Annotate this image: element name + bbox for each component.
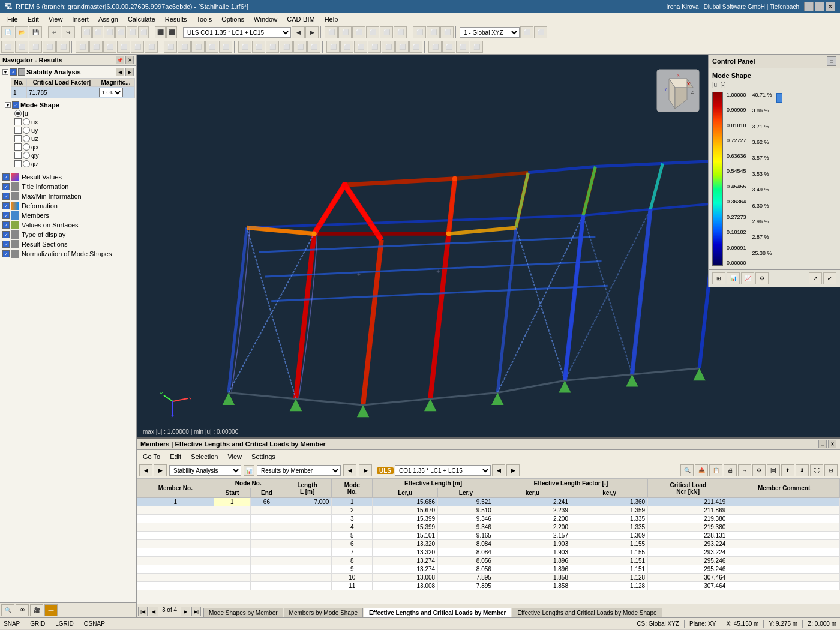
- mode-phix-row[interactable]: φx: [13, 143, 135, 151]
- tb-e1[interactable]: ⬜: [520, 26, 533, 38]
- tb-r10[interactable]: ⬜: [131, 41, 144, 53]
- nav-title-information[interactable]: ✓ Title Information: [1, 182, 135, 191]
- cp-btn-collapse[interactable]: ↙: [823, 272, 836, 284]
- maximize-btn[interactable]: □: [815, 2, 824, 11]
- expand-btn-r[interactable]: ⬆: [781, 464, 794, 476]
- check-title-info[interactable]: ✓: [2, 183, 10, 190]
- tb-r3[interactable]: ⬜: [29, 41, 42, 53]
- bottom-prev-analysis-btn[interactable]: ◀: [139, 464, 152, 476]
- analysis-type-combo[interactable]: Stability Analysis: [169, 465, 241, 476]
- cp-color-handle[interactable]: [776, 93, 782, 103]
- tb-c4[interactable]: ⬜: [366, 26, 379, 38]
- tb-r7[interactable]: ⬜: [89, 41, 103, 53]
- check-result-values[interactable]: ✓: [2, 173, 10, 181]
- next-page-btn[interactable]: ▶: [181, 607, 190, 616]
- grid-label[interactable]: GRID: [30, 620, 45, 627]
- menu-edit[interactable]: Edit: [23, 15, 44, 23]
- th-node-no[interactable]: Node No.: [214, 479, 283, 488]
- tb-r15[interactable]: ⬜: [205, 41, 218, 53]
- tb-d1[interactable]: ⬜: [413, 26, 426, 38]
- table-row[interactable]: 813.2748.0561.8961.151295.246: [137, 557, 840, 565]
- tb-r8[interactable]: ⬜: [103, 41, 116, 53]
- nav-norm-mode-shapes[interactable]: ✓ Normalization of Mode Shapes: [1, 249, 135, 259]
- tb-r2[interactable]: ⬜: [15, 41, 28, 53]
- mode-uy-row[interactable]: uy: [13, 126, 135, 134]
- stability-check2[interactable]: [18, 68, 25, 76]
- results-type-combo[interactable]: Results by Member: [257, 465, 341, 476]
- tb-b4[interactable]: ⬜: [115, 26, 126, 38]
- radio-phix[interactable]: [23, 143, 30, 151]
- nav-deformation[interactable]: ✓ Deformation: [1, 201, 135, 211]
- radio-u[interactable]: [14, 110, 22, 117]
- bottom-next-analysis-btn[interactable]: ▶: [154, 464, 167, 476]
- tb-r21[interactable]: ⬜: [293, 41, 307, 53]
- table-row[interactable]: 713.3208.0841.9031.155293.224: [137, 548, 840, 557]
- menu-cadbim[interactable]: CAD-BIM: [282, 15, 319, 23]
- menu-assign[interactable]: Assign: [94, 15, 123, 23]
- filter-btn[interactable]: 🔍: [680, 464, 694, 476]
- cp-btn-chart[interactable]: 📊: [727, 272, 740, 284]
- mode-ux-row[interactable]: ux: [13, 118, 135, 126]
- tb-r9[interactable]: ⬜: [117, 41, 130, 53]
- tb-r27[interactable]: ⬜: [382, 41, 395, 53]
- tb-b2[interactable]: ⬜: [92, 26, 103, 38]
- settings-btn[interactable]: Settings: [248, 452, 279, 461]
- nav-result-sections[interactable]: ✓ Result Sections: [1, 239, 135, 249]
- view-combo[interactable]: 1 - Global XYZ: [460, 27, 520, 38]
- th-length[interactable]: LengthL [m]: [283, 479, 332, 498]
- results-next-btn[interactable]: ▶: [359, 464, 372, 476]
- table-row[interactable]: 913.2748.0561.8961.151295.246: [137, 565, 840, 574]
- tb-r1[interactable]: ⬜: [1, 41, 14, 53]
- goto-btn[interactable]: Go To: [139, 452, 164, 461]
- menu-view[interactable]: View: [44, 15, 68, 23]
- table-scroll[interactable]: Member No. Node No. LengthL [m] ModeNo. …: [137, 478, 840, 604]
- check-result-sections[interactable]: ✓: [2, 241, 10, 248]
- nav-close-btn[interactable]: ✕: [125, 56, 134, 64]
- table-row[interactable]: 613.3208.0841.9031.155293.224: [137, 540, 840, 548]
- radio-phiz[interactable]: [23, 160, 30, 167]
- cp-pin-btn[interactable]: □: [827, 56, 836, 66]
- goto-row-btn[interactable]: →: [738, 464, 751, 476]
- nav-btn-2[interactable]: 👁: [16, 604, 29, 616]
- tb-next-load[interactable]: ▶: [305, 26, 319, 38]
- check-values-surfaces[interactable]: ✓: [2, 221, 10, 229]
- tb-r4[interactable]: ⬜: [43, 41, 56, 53]
- export-btn[interactable]: 📤: [695, 464, 708, 476]
- table-row[interactable]: 11667.000115.6869.5212.2411.360211.419: [137, 498, 840, 506]
- first-page-btn[interactable]: |◀: [138, 607, 148, 616]
- table-row[interactable]: 315.3999.3462.2001.335219.380: [137, 515, 840, 523]
- table-row[interactable]: 1113.0087.8951.8581.128307.464: [137, 582, 840, 590]
- mode-shape-row[interactable]: ▼ ✓ Mode Shape: [4, 101, 135, 109]
- tb-r12[interactable]: ⬜: [164, 41, 177, 53]
- tb-r20[interactable]: ⬜: [280, 41, 293, 53]
- th-member-comment[interactable]: Member Comment: [728, 479, 840, 498]
- view-cube[interactable]: X Y Z ✕: [654, 67, 702, 115]
- tb-new[interactable]: 📄: [1, 26, 14, 38]
- mode-uz-row[interactable]: uz: [13, 134, 135, 143]
- nav-btn-3[interactable]: 🎥: [30, 604, 43, 616]
- tb-undo[interactable]: ↩: [48, 26, 61, 38]
- menu-window[interactable]: Window: [249, 15, 282, 23]
- th-eff-factor[interactable]: Effective Length Factor [-]: [494, 479, 647, 488]
- print-btn[interactable]: 🖨: [724, 464, 737, 476]
- nav-maxmin-information[interactable]: ✓ Max/Min Information: [1, 191, 135, 201]
- tb-r32[interactable]: ⬜: [456, 41, 469, 53]
- modeshape-check[interactable]: ✓: [12, 101, 19, 109]
- check-uz[interactable]: [14, 135, 22, 142]
- load-prev-btn[interactable]: ◀: [492, 464, 505, 476]
- cp-btn-settings[interactable]: ⚙: [755, 272, 769, 284]
- table-row[interactable]: 515.1019.1652.1571.309228.131: [137, 532, 840, 540]
- radio-uy[interactable]: [23, 127, 30, 134]
- table-row[interactable]: 415.3999.3462.2001.335219.380: [137, 523, 840, 532]
- tb-e2[interactable]: ⬜: [534, 26, 547, 38]
- th-node-start[interactable]: Start: [214, 488, 250, 498]
- stability-analysis-row[interactable]: ▼ ✓ Stability Analysis ◀ ▶: [1, 67, 135, 77]
- bottom-maximize-btn[interactable]: □: [818, 440, 827, 448]
- results-prev-btn[interactable]: ◀: [343, 464, 356, 476]
- radio-phiy[interactable]: [23, 152, 30, 159]
- check-type-display[interactable]: ✓: [2, 231, 10, 238]
- mode-phiz-row[interactable]: φz: [13, 160, 135, 168]
- tb-b8[interactable]: ⬛: [166, 26, 177, 38]
- minimize-btn[interactable]: ─: [804, 2, 814, 11]
- tb-c5[interactable]: ⬜: [380, 26, 393, 38]
